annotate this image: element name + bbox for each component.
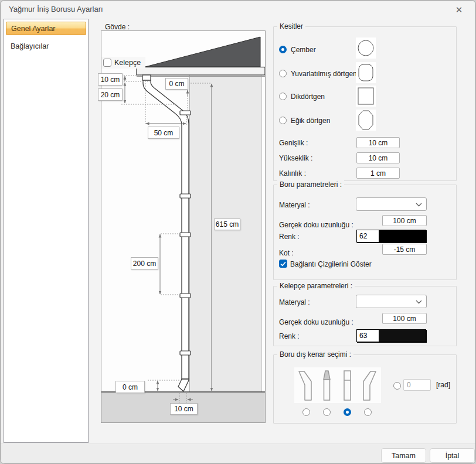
renk-label: Renk : <box>279 332 300 340</box>
materyal-label: Materyal : <box>279 201 310 209</box>
kelepce-parametreleri-title: Kelepçe parametreleri : <box>277 282 355 290</box>
pipe-color-picker[interactable] <box>356 230 426 243</box>
sidebar: Genel Ayarlar Bağlayıcılar <box>4 19 89 443</box>
dialog-title: Yağmur İniş Borusu Ayarları <box>9 5 103 13</box>
dim-segment-length-input[interactable] <box>131 257 158 269</box>
clamp-texture-length-input[interactable] <box>382 313 427 324</box>
sidebar-item-baglayicilar[interactable]: Bağlayıcılar <box>6 39 86 53</box>
chevron-down-icon <box>416 202 422 207</box>
kot-label: Kot : <box>279 249 294 257</box>
ok-button[interactable]: Tamam <box>381 448 426 463</box>
renk-label: Renk : <box>279 233 300 241</box>
pipe-bent-right-icon <box>359 369 378 402</box>
pipe-material-combobox[interactable] <box>356 197 427 211</box>
yukseklik-input[interactable] <box>356 152 400 163</box>
edge-angle-input[interactable] <box>403 379 431 391</box>
close-button[interactable]: ✕ <box>448 3 470 17</box>
baglanti-cizgileri-checkbox[interactable] <box>279 260 287 268</box>
radio-dikdortgen-label: Dikdörtgen <box>291 93 325 101</box>
pipe-edge-shapes-image <box>294 367 381 403</box>
dim-wall-offset-top-input[interactable] <box>165 78 188 90</box>
doku-uzunlugu-label: Gerçek doku uzunluğu : <box>279 318 353 326</box>
clamp-material-combobox[interactable] <box>356 295 427 308</box>
octagon-icon <box>356 110 376 131</box>
cancel-button[interactable]: İptal <box>430 448 475 463</box>
dim-bend-drop-input[interactable] <box>98 88 123 101</box>
kesitler-group-title: Kesitler <box>277 22 305 30</box>
radio-edge-nozzle[interactable] <box>323 408 331 416</box>
kot-input[interactable] <box>382 244 427 255</box>
kelepce-parametreleri-group: Kelepçe parametreleri : Materyal : Gerçe… <box>273 286 457 346</box>
chevron-down-icon <box>416 299 422 304</box>
sidebar-item-label: Genel Ayarlar <box>11 25 56 33</box>
pipe-color-index-input[interactable] <box>357 230 379 242</box>
kelepce-checkbox-label: Kelepçe <box>114 59 141 67</box>
sidebar-item-label: Bağlayıcılar <box>11 42 49 50</box>
rain-downpipe-settings-dialog: Yağmur İniş Borusu Ayarları ✕ Genel Ayar… <box>0 0 476 464</box>
kelepce-checkbox[interactable] <box>103 59 111 67</box>
close-icon: ✕ <box>455 5 463 15</box>
rounded-square-icon <box>356 62 376 83</box>
genislik-label: Genişlik : <box>279 139 308 147</box>
radio-edge-angle[interactable] <box>393 382 401 390</box>
kalinlik-input[interactable] <box>356 168 400 179</box>
radio-cember-label: Çember <box>291 46 316 54</box>
circle-icon <box>356 37 376 59</box>
sidebar-item-genel-ayarlar[interactable]: Genel Ayarlar <box>6 22 86 35</box>
pipe-straight-icon <box>338 369 357 402</box>
check-icon <box>280 261 286 267</box>
radio-cember[interactable] <box>279 46 287 53</box>
dim-horizontal-run-input[interactable] <box>148 127 179 139</box>
square-icon <box>356 86 376 107</box>
dim-bottom-offset-input[interactable] <box>170 403 198 415</box>
radio-yuvarlatilmis-dortgen[interactable] <box>279 70 287 77</box>
pipe-color-swatch[interactable] <box>379 230 426 242</box>
genislik-input[interactable] <box>356 137 400 148</box>
titlebar: Yağmur İniş Borusu Ayarları ✕ <box>1 1 475 18</box>
clamp-color-picker[interactable] <box>356 329 426 342</box>
radio-edge-straight[interactable] <box>344 408 351 416</box>
radio-edge-bent-right[interactable] <box>364 408 372 416</box>
govde-group-title: Gövde : <box>105 23 130 31</box>
radio-dikdortgen[interactable] <box>279 93 287 100</box>
yukseklik-label: Yükseklik : <box>279 154 312 162</box>
clamp-color-swatch[interactable] <box>379 330 426 342</box>
dis-kenar-group: Boru dış kenar seçimi : [rad] <box>273 354 457 424</box>
radio-egik-dortgen-label: Eğik dörtgen <box>291 117 330 125</box>
edge-angle-unit-label: [rad] <box>436 381 450 389</box>
dim-bottom-clearance-input[interactable] <box>115 381 145 393</box>
pipe-bent-left-icon <box>297 369 316 402</box>
kalinlik-label: Kalınlık : <box>279 169 306 178</box>
dim-total-height-input[interactable] <box>214 219 240 230</box>
baglanti-cizgileri-label: Bağlantı Çizgilerini Göster <box>290 260 372 268</box>
materyal-label: Materyal : <box>279 298 310 306</box>
pipe-texture-length-input[interactable] <box>382 215 427 226</box>
dis-kenar-title: Boru dış kenar seçimi : <box>277 350 353 359</box>
radio-egik-dortgen[interactable] <box>279 117 287 124</box>
radio-yuvarlatilmis-dortgen-label: Yuvarlatılmış dörtgen <box>291 70 357 78</box>
radio-edge-bent-left[interactable] <box>302 408 310 416</box>
boru-parametreleri-group: Boru parametreleri : Materyal : Gerçek d… <box>273 185 457 280</box>
kelepce-checkbox-row[interactable]: Kelepçe <box>101 57 145 69</box>
kesitler-group: Kesitler Çember Yuvarlatılmış dörtgen Di… <box>273 26 457 181</box>
downpipe-elevation-drawing <box>101 31 265 422</box>
dim-eave-drop-input[interactable] <box>98 73 123 86</box>
clamp-color-index-input[interactable] <box>357 330 379 342</box>
footer-bar: Tamam İptal <box>1 443 475 464</box>
boru-parametreleri-title: Boru parametreleri : <box>277 180 344 189</box>
pipe-nozzle-icon <box>317 369 336 402</box>
doku-uzunlugu-label: Gerçek doku uzunluğu : <box>279 221 353 229</box>
